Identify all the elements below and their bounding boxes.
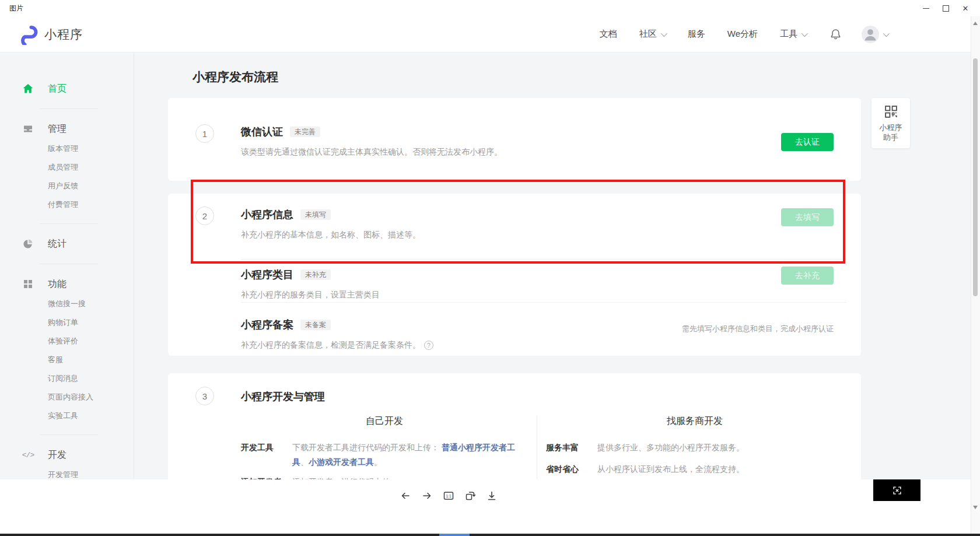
scroll-down-icon[interactable] — [973, 506, 978, 509]
svg-text:1:1: 1:1 — [446, 493, 451, 498]
nav-services[interactable]: 服务 — [688, 29, 705, 40]
window-title: 图片 — [9, 3, 23, 13]
arrow-left-icon — [400, 490, 411, 502]
step2-card: 2 小程序信息 未填写 补充小程序的基本信息，如名称、图标、描述等。 去填写 小… — [168, 194, 861, 356]
sidebar-item-statistics[interactable]: 统计 — [0, 233, 134, 254]
nav-community[interactable]: 社区 — [639, 29, 666, 40]
provider-develop-column: 找服务商开发 服务丰富 提供多行业、多功能的小程序开发服务。 省时省心 从小程序… — [537, 415, 861, 479]
console-page: 首页 管理 版本管理 成员管理 用户反馈 付费管理 统计 — [0, 52, 980, 479]
go-fill-button[interactable]: 去填写 — [781, 208, 834, 226]
minimize-button[interactable] — [916, 0, 936, 16]
miniprogram-info-row: 2 小程序信息 未填写 补充小程序的基本信息，如名称、图标、描述等。 去填写 — [168, 194, 861, 259]
self-develop-header: 自己开发 — [241, 415, 528, 428]
status-badge: 未备案 — [300, 320, 331, 330]
page-scrollbar[interactable] — [971, 16, 980, 536]
divider — [40, 108, 98, 109]
sidebar-item-user-feedback[interactable]: 用户反馈 — [0, 177, 134, 195]
filing-note: 需先填写小程序信息和类目，完成小程序认证 — [682, 324, 834, 334]
actual-size-button[interactable]: 1:1 — [438, 485, 459, 506]
add-developer-row: 添加开发者 添加开发者，进行代码上传。 — [241, 475, 528, 479]
category-title: 小程序类目 — [241, 268, 293, 282]
status-badge: 未完善 — [290, 127, 320, 137]
divider — [40, 435, 98, 435]
forward-button[interactable] — [416, 485, 438, 506]
back-button[interactable] — [394, 485, 416, 506]
site-header: 小程序 文档 社区 服务 We分析 工具 — [0, 16, 980, 52]
info-title: 小程序信息 — [241, 208, 293, 222]
brand[interactable]: 小程序 — [18, 24, 83, 45]
step3-number: 3 — [195, 387, 214, 405]
dev-columns: 自己开发 开发工具 下载开发者工具进行代码的开发和上传： 普通小程序开发者工具、… — [168, 415, 861, 479]
miniprogram-assistant-panel[interactable]: 小程序助手 — [872, 98, 910, 148]
sidebar-item-shopping-orders[interactable]: 购物订单 — [0, 313, 134, 332]
sidebar-item-member-manage[interactable]: 成员管理 — [0, 158, 134, 177]
account-menu[interactable] — [862, 26, 888, 43]
arrow-right-icon — [421, 490, 433, 502]
dev-tools-text: 下载开发者工具进行代码的开发和上传： — [292, 443, 439, 452]
category-desc: 补充小程序的服务类目，设置主营类目 — [241, 290, 861, 300]
assistant-label: 小程序助手 — [880, 122, 902, 142]
status-badge: 未补充 — [300, 269, 331, 280]
sidebar-item-develop[interactable]: </> 开发 — [0, 444, 134, 465]
sidebar-item-page-content[interactable]: 页面内容接入 — [0, 388, 134, 407]
sidebar-item-version-manage[interactable]: 版本管理 — [0, 139, 134, 158]
taskbar-active-indicator — [439, 534, 470, 536]
sidebar-item-subscribe-message[interactable]: 订阅消息 — [0, 369, 134, 388]
notification-bell-button[interactable] — [830, 28, 842, 40]
rotate-button[interactable] — [459, 485, 481, 506]
sidebar-item-wechat-search[interactable]: 微信搜一搜 — [0, 295, 134, 313]
qr-code-icon — [884, 104, 898, 119]
inbox-icon — [22, 123, 34, 135]
rich-service-row: 服务丰富 提供多行业、多功能的小程序开发服务。 — [546, 440, 844, 455]
status-badge: 未填写 — [300, 209, 331, 220]
step1-number: 1 — [195, 124, 214, 143]
maximize-button[interactable] — [936, 0, 956, 16]
help-icon[interactable]: ? — [424, 341, 433, 350]
download-button[interactable] — [481, 485, 502, 506]
close-button[interactable]: ✕ — [956, 0, 975, 16]
sidebar-item-home[interactable]: 首页 — [0, 78, 134, 99]
sidebar-item-manage[interactable]: 管理 — [0, 118, 134, 139]
scrollbar-thumb[interactable] — [973, 58, 978, 296]
step3-title: 小程序开发与管理 — [241, 390, 861, 404]
close-icon: ✕ — [963, 5, 969, 12]
sidebar-item-features[interactable]: 功能 — [0, 274, 134, 295]
pie-chart-icon — [22, 238, 34, 250]
sidebar-item-experiment-tools[interactable]: 实验工具 — [0, 407, 134, 425]
nav-docs[interactable]: 文档 — [600, 29, 617, 40]
avatar — [862, 26, 879, 43]
sidebar-item-develop-manage[interactable]: 开发管理 — [0, 465, 134, 479]
nav-we-analytics[interactable]: We分析 — [727, 29, 758, 40]
filing-desc: 补充小程序的备案信息，检测是否满足备案条件。 — [241, 340, 421, 351]
maximize-icon — [943, 5, 949, 12]
chevron-down-icon — [802, 30, 808, 36]
screenshot-crop-button[interactable] — [873, 479, 921, 501]
top-nav: 文档 社区 服务 We分析 工具 — [578, 26, 888, 43]
dev-tools-row: 开发工具 下载开发者工具进行代码的开发和上传： 普通小程序开发者工具、小游戏开发… — [241, 440, 528, 469]
brand-text: 小程序 — [44, 26, 83, 43]
game-devtools-link[interactable]: 小游戏开发者工具 — [309, 457, 374, 467]
nav-tools[interactable]: 工具 — [780, 29, 806, 40]
home-icon — [22, 83, 34, 94]
bell-icon — [830, 28, 842, 40]
viewer-tools: 1:1 — [394, 485, 502, 506]
go-supplement-button[interactable]: 去补充 — [781, 267, 834, 285]
step1-title-row: 微信认证 未完善 — [241, 125, 861, 139]
step1-desc: 该类型请先通过微信认证完成主体真实性确认。否则将无法发布小程序。 — [241, 147, 861, 157]
info-desc: 补充小程序的基本信息，如名称、图标、描述等。 — [241, 230, 861, 240]
download-icon — [486, 490, 498, 502]
sidebar-item-customer-service[interactable]: 客服 — [0, 351, 134, 369]
sidebar-item-payment-manage[interactable]: 付费管理 — [0, 195, 134, 214]
grid-icon — [22, 278, 34, 290]
scroll-up-icon[interactable] — [973, 22, 978, 25]
go-verify-button[interactable]: 去认证 — [781, 133, 834, 151]
sidebar-item-experience-review[interactable]: 体验评价 — [0, 332, 134, 351]
dev-tools-label: 开发工具 — [241, 440, 292, 469]
miniprogram-logo-icon — [18, 24, 38, 45]
page-title: 小程序发布流程 — [192, 69, 861, 85]
provider-develop-header: 找服务商开发 — [546, 415, 844, 428]
step1-title: 微信认证 — [241, 125, 283, 139]
sidebar: 首页 管理 版本管理 成员管理 用户反馈 付费管理 统计 — [0, 52, 134, 479]
main-content: 小程序发布流程 1 微信认证 未完善 该类型请先通过微信认证完成主体真实性确认。… — [168, 52, 861, 479]
divider — [40, 264, 98, 264]
